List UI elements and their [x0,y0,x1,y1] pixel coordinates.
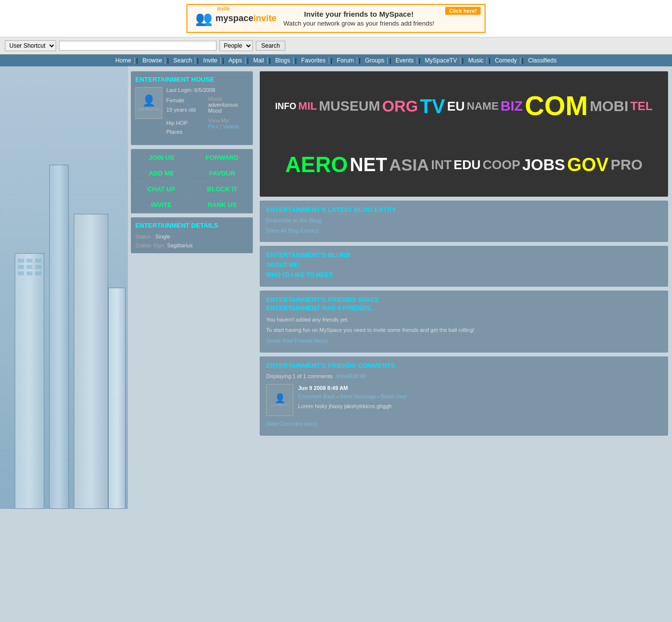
block-user-link[interactable]: Block User [381,393,407,399]
action-btn-invite[interactable]: INVITE [131,197,192,213]
domain-word-mobi: MOBI [590,99,628,114]
send-message-link[interactable]: Send Message [340,393,376,399]
status-label: Status : [135,234,153,239]
pics-link[interactable]: Pics [208,123,218,129]
domain-word-edu: EDU [454,158,481,171]
building-4 [108,288,125,509]
nav-mail[interactable]: Mail [250,57,268,64]
mood-label: Mood: [208,96,223,102]
actions-box: JOIN USFORWARDADD MEFAVOURCHAT UPBLOCK I… [131,149,253,213]
action-btn-add-me[interactable]: ADD ME [131,166,192,181]
no-friends-msg: You haven't added any friends yet. [266,316,662,324]
blurb-title: ENTERTAINMENT'S BLURB [266,251,662,259]
action-btn-chat-up[interactable]: CHAT UP [131,181,192,197]
domain-banner: INFOMILMUSEUMORGTVEUNAMEBIZCOMMOBITELAER… [260,71,668,197]
zodiac-value: Sagittarius [167,242,193,248]
people-icon: 👥 [195,10,213,27]
domain-word-info: INFO [275,102,296,111]
mood-section: Mood: adventurous Mood View My: Pics | V… [208,96,248,137]
domain-word-eu: EU [447,100,465,113]
action-btn-join-us[interactable]: JOIN US [131,150,192,166]
friends-cta-msg: To start having fun on MySpace you need … [266,326,662,334]
nav-events[interactable]: Events [393,57,417,64]
nav-apps[interactable]: Apps [226,57,245,64]
view-all-blog-link[interactable]: [View All Blog Entries] [266,228,319,234]
myspace-invite-banner[interactable]: 👥 myspaceinvite invite Invite your frien… [186,4,486,33]
status-value: Single [155,234,171,239]
no-photo-label: NO PHOTO [138,107,159,112]
no-photo-icon: 👤 [142,94,155,107]
nav-music[interactable]: Music [465,57,487,64]
comment-actions: Comment Back - Send Message - Block User [298,392,407,401]
banner-tagline: Invite your friends to MySpace! Watch yo… [283,9,434,28]
nav-invite[interactable]: Invite [200,57,221,64]
action-btn-favour[interactable]: FAVOUR [192,166,252,181]
profile-header: 👤 NO PHOTO Last Login: 6/5/2008 Female 1… [135,87,248,137]
search-type-select[interactable]: People Music Videos Blogs [219,40,253,51]
friends-space-section: ENTERTAINMENT'S FRIENDS SPACE ENTERTAINM… [260,291,668,353]
right-column: INFOMILMUSEUMORGTVEUNAMEBIZCOMMOBITELAER… [256,66,672,509]
nav-groups[interactable]: Groups [362,57,388,64]
domain-word-coop: COOP [483,158,520,171]
nav-favorites[interactable]: Favorites [298,57,329,64]
action-btn-rank-us[interactable]: RANK US [192,197,252,213]
latest-blog-section: ENTERTAINMENT'S LATEST BLOG ENTRY [Subsc… [260,201,668,242]
commenter-icon: 👤 [275,393,285,404]
nav-myspacetv[interactable]: MySpaceTV [422,57,460,64]
profile-name: ENTERTAINMENT HOUSE [135,76,248,83]
banner-logo: 👥 myspaceinvite [195,10,276,27]
blurb-section: ENTERTAINMENT'S BLURB ABOUT ME: WHO I'D … [260,246,668,287]
nav-home[interactable]: Home [113,57,135,64]
who-id-like-label: WHO I'D LIKE TO MEET: [266,271,662,278]
view-edit-all-link[interactable]: View/Edit All [336,373,366,379]
add-comment-link[interactable]: (Add Comment Here) [266,421,318,427]
domain-word-org: ORG [382,98,418,114]
banner-tagline-sub: Watch your network grow as your friends … [283,20,434,27]
nav-comedy[interactable]: Comedy [492,57,520,64]
search-button[interactable]: Search [256,41,285,51]
click-here-button[interactable]: Click here! [445,7,481,15]
comment-back-link[interactable]: Comment Back [298,393,335,399]
shortcut-select[interactable]: User Shortcut [5,40,56,51]
action-btn-block-it[interactable]: BLOCK IT [192,181,252,197]
main-layout: ENTERTAINMENT HOUSE 👤 NO PHOTO Last Logi… [0,66,672,509]
action-btn-forward[interactable]: FORWARD [192,150,252,166]
building-2 [49,165,69,509]
blog-title: ENTERTAINMENT'S LATEST BLOG ENTRY [266,206,662,213]
banner-product-label: invite [217,6,230,11]
videos-link[interactable]: Videos [223,123,239,129]
comments-display-info: Displaying 1 of 1 comments View/Edit All [266,372,662,381]
domain-word-gov: GOV [567,155,609,174]
domain-word-mil: MIL [298,101,317,112]
gender: Female [166,96,200,105]
building-1 [15,253,44,509]
friends-comments-section: ENTERTAINMENT'S FRIENDS COMMENTS Display… [260,356,668,436]
mood-sub: Mood [208,108,248,114]
mood-value: adventurous [208,102,238,108]
search-input[interactable] [59,41,216,51]
banner-logo-text: myspaceinvite [215,13,276,24]
profile-last-login: Last Login: 6/5/2008 [166,87,248,93]
details-box: ENTERTAINMENT DETAILS Status : Single Zo… [131,217,253,253]
profile-main-box: ENTERTAINMENT HOUSE 👤 NO PHOTO Last Logi… [131,71,253,145]
comment-item: 👤 NO PHOTO Jun 9 2008 8:49 AM Comment Ba… [266,384,662,416]
details-title: ENTERTAINMENT DETAILS [135,222,248,229]
domain-word-museum: MUSEUM [319,99,380,113]
domain-word-tv: TV [420,96,445,116]
invite-friends-link[interactable]: (Invite Your Friends Here) [266,338,328,344]
nav-classifieds[interactable]: Classifieds [525,57,559,64]
comments-title: ENTERTAINMENT'S FRIENDS COMMENTS [266,362,662,369]
nav-browse[interactable]: Browse [139,57,165,64]
domain-word-tel: TEL [630,100,652,112]
profile-column: ENTERTAINMENT HOUSE 👤 NO PHOTO Last Logi… [128,66,256,509]
subscribe-blog-link[interactable]: [Subscribe to this Blog] [266,217,322,223]
zodiac-row: Zodiac Sign: Sagittarius [135,242,248,249]
nav-blogs[interactable]: Blogs [273,57,294,64]
friends-space-title: ENTERTAINMENT'S FRIENDS SPACE [266,296,662,303]
status-row: Status : Single [135,233,248,240]
location: Hip HOP Places [166,118,200,137]
nav-search[interactable]: Search [170,57,195,64]
domain-word-jobs: JOBS [522,157,565,173]
domain-word-net: NET [350,155,387,174]
nav-forum[interactable]: Forum [334,57,357,64]
